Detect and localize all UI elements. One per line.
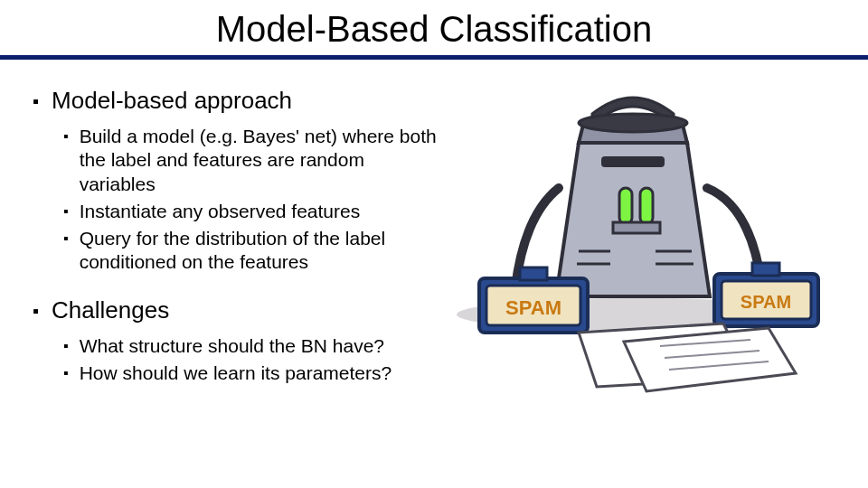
title-rule xyxy=(0,55,868,60)
list-item-text: What structure should the BN have? xyxy=(80,334,384,358)
list-item: ▪ Build a model (e.g. Bayes' net) where … xyxy=(63,125,443,196)
list-item-text: How should we learn its parameters? xyxy=(80,361,392,385)
bullet-icon: ▪ xyxy=(63,200,69,223)
list-item-text: Query for the distribution of the label … xyxy=(80,227,443,275)
bullet-icon: ▪ xyxy=(33,296,39,325)
list-item-text: Build a model (e.g. Bayes' net) where bo… xyxy=(80,125,443,196)
section-heading-0: ▪ Model-based approach xyxy=(33,87,443,116)
stamp-right-icon: SPAM xyxy=(714,263,818,326)
slide: Model-Based Classification ▪ Model-based… xyxy=(0,0,868,488)
robot-illustration: SPAM SPAM xyxy=(443,70,832,432)
stamp-left-icon: SPAM xyxy=(479,267,588,333)
svg-rect-4 xyxy=(640,188,653,224)
section-items-1: ▪ What structure should the BN have? ▪ H… xyxy=(33,334,443,386)
svg-rect-5 xyxy=(613,222,660,233)
section-heading-text: Model-based approach xyxy=(52,87,292,115)
bullet-icon: ▪ xyxy=(63,227,69,250)
bullet-icon: ▪ xyxy=(63,334,69,358)
bullet-icon: ▪ xyxy=(63,361,69,385)
list-item-text: Instantiate any observed features xyxy=(80,200,361,223)
list-item: ▪ Instantiate any observed features xyxy=(63,200,443,223)
svg-rect-3 xyxy=(619,188,632,224)
bullet-icon: ▪ xyxy=(33,87,39,116)
bullet-icon: ▪ xyxy=(63,125,69,148)
robot-body-icon xyxy=(515,98,761,296)
text-column: ▪ Model-based approach ▪ Build a model (… xyxy=(0,80,443,407)
svg-point-1 xyxy=(579,114,687,132)
stamp-left-label: SPAM xyxy=(505,296,561,319)
svg-rect-12 xyxy=(520,267,547,280)
svg-rect-15 xyxy=(752,263,779,276)
section-heading-text: Challenges xyxy=(52,296,169,324)
list-item: ▪ What structure should the BN have? xyxy=(63,334,443,358)
list-item: ▪ How should we learn its parameters? xyxy=(63,361,443,385)
slide-title: Model-Based Classification xyxy=(0,0,868,55)
stamp-right-label: SPAM xyxy=(741,292,791,312)
illustration-column: SPAM SPAM xyxy=(443,80,868,407)
papers-icon xyxy=(579,324,796,391)
section-items-0: ▪ Build a model (e.g. Bayes' net) where … xyxy=(33,125,443,275)
section-heading-1: ▪ Challenges xyxy=(33,296,443,325)
list-item: ▪ Query for the distribution of the labe… xyxy=(63,227,443,275)
svg-rect-2 xyxy=(601,156,665,167)
content-area: ▪ Model-based approach ▪ Build a model (… xyxy=(0,80,868,407)
